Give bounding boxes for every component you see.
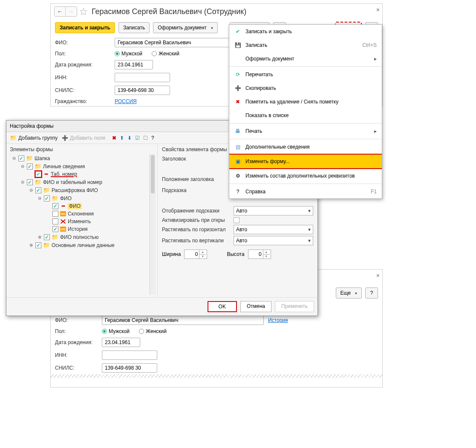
save-close-button[interactable]: Записать и закрыть — [55, 22, 115, 33]
height-spinner[interactable]: ▴▾ — [248, 250, 271, 259]
scrollbar[interactable] — [150, 154, 156, 295]
snils-label: СНИЛС: — [55, 365, 98, 371]
sex-female-radio[interactable]: Женский — [139, 328, 167, 334]
height-label: Высота — [227, 251, 244, 257]
gear-icon: ⚙ — [234, 172, 241, 179]
more-menu: ✔Записать и закрыть 💾ЗаписатьCtrl+S Офор… — [229, 24, 382, 199]
tree-row-fio[interactable]: ·━ФИО — [10, 202, 156, 210]
folder-icon: 📁 — [35, 163, 41, 169]
chevron-down-icon: ▾ — [308, 238, 311, 244]
inn-label: ИНН: — [55, 75, 110, 80]
tree-row[interactable]: ·Изменить — [10, 218, 156, 225]
help-icon: ? — [234, 188, 241, 195]
tree-row[interactable]: ⊕📁ФИО полностью — [10, 233, 156, 241]
printer-icon: 🖶 — [234, 128, 241, 135]
close-icon[interactable]: × — [376, 272, 380, 279]
menu-mark-delete[interactable]: ✖Пометить на удаление / Снять пометку — [229, 95, 382, 109]
folder-icon: 📁 — [43, 187, 50, 193]
ok-icon: OK — [60, 211, 66, 216]
inn-input[interactable] — [115, 73, 170, 82]
folder-icon: 📁 — [35, 179, 41, 185]
inn-input[interactable] — [102, 350, 157, 360]
make-doc-button[interactable]: Оформить документ — [153, 22, 218, 33]
width-label: Ширина — [162, 251, 181, 257]
tree-row[interactable]: ⊖📁ФИО — [10, 194, 156, 202]
copy-icon: ➕ — [234, 85, 241, 92]
folder-icon: 📁 — [43, 242, 50, 248]
tree-row[interactable]: ⊖📁ФИО и табельный номер — [10, 178, 156, 186]
tree-row[interactable]: ⊖📁Расшифровка ФИО — [10, 186, 156, 194]
menu-extra-info[interactable]: ▤Дополнительные сведения — [229, 140, 382, 154]
folder-icon: 📁 — [26, 155, 33, 161]
folder-icon: 📁 — [10, 135, 17, 141]
inn-label: ИНН: — [55, 352, 98, 358]
nav-back[interactable]: ← — [55, 7, 66, 16]
delete-mark-icon: ✖ — [234, 98, 241, 105]
form-icon: ▣ — [234, 158, 241, 165]
prop-activate-checkbox[interactable] — [234, 217, 239, 223]
menu-show-list[interactable]: Показать в списке — [229, 109, 382, 122]
menu-save[interactable]: 💾ЗаписатьCtrl+S — [229, 38, 382, 52]
sex-male-radio[interactable]: Мужской — [115, 51, 142, 57]
chevron-down-icon: ▾ — [308, 227, 311, 233]
diskette-icon: 💾 — [234, 42, 241, 49]
dob-label: Дата рождения: — [55, 62, 110, 68]
ok-button[interactable]: OK — [208, 301, 237, 312]
minus-icon: ━ — [60, 203, 66, 209]
menu-copy[interactable]: ➕Скопировать — [229, 81, 382, 95]
close-icon[interactable]: × — [376, 6, 380, 13]
star-icon[interactable] — [80, 8, 87, 15]
citizenship-link[interactable]: РОССИЯ — [115, 98, 137, 104]
save-button[interactable]: Записать — [118, 22, 150, 33]
tree-row[interactable]: ·OKСклонения — [10, 210, 156, 218]
arrow-down-icon[interactable]: ⬇ — [127, 135, 132, 141]
tree-row[interactable]: ⊕📁Основные личные данные — [10, 241, 156, 249]
folder-icon: 📁 — [52, 234, 58, 240]
menu-print[interactable]: 🖶Печать — [229, 124, 382, 138]
more-button[interactable]: Еще — [336, 287, 362, 299]
citizenship-label: Гражданство: — [55, 98, 110, 104]
tree-row[interactable]: ⊖📁Шапка — [10, 154, 156, 162]
tree-heading: Элементы формы — [10, 146, 156, 152]
menu-edit-form[interactable]: ▣Изменить форму... — [229, 154, 382, 169]
snils-input[interactable] — [102, 363, 157, 373]
check-all-icon[interactable]: ☑ — [135, 135, 140, 141]
list-icon: ▤ — [234, 144, 241, 150]
arrow-up-icon[interactable]: ⬆ — [120, 135, 124, 141]
cancel-button[interactable]: Отмена — [240, 301, 271, 312]
tree-row[interactable]: ·OKИстория — [10, 225, 156, 233]
menu-make-doc[interactable]: Оформить документ — [229, 52, 382, 66]
save-close-icon: ✔ — [234, 28, 241, 35]
fio-input[interactable] — [102, 316, 264, 325]
menu-edit-reqs[interactable]: ⚙Изменить состав дополнительных реквизит… — [229, 169, 382, 183]
delete-icon[interactable]: ✖ — [112, 135, 116, 141]
ragged-edge — [51, 374, 382, 378]
history-link[interactable]: История — [268, 317, 288, 323]
tree-panel: Элементы формы ⊖📁Шапка ⊖📁Личные сведения… — [6, 144, 158, 297]
menu-save-close[interactable]: ✔Записать и закрыть — [229, 25, 382, 38]
tree-row[interactable]: ⊖📁Личные сведения — [10, 162, 156, 170]
nav-fwd[interactable]: → — [66, 7, 77, 16]
snils-input[interactable] — [115, 86, 170, 95]
snils-label: СНИЛС: — [55, 87, 110, 93]
prop-hstretch-select[interactable]: Авто▾ — [234, 225, 313, 234]
prop-hintdisp-select[interactable]: Авто▾ — [234, 206, 313, 215]
dob-input[interactable] — [115, 60, 153, 69]
window-title: Герасимов Сергей Васильевич (Сотрудник) — [92, 7, 246, 16]
sex-label: Пол: — [55, 51, 110, 57]
help-icon[interactable]: ? — [151, 135, 154, 141]
sex-male-radio[interactable]: Мужской — [102, 328, 130, 334]
width-spinner[interactable]: ▴▾ — [184, 250, 207, 259]
menu-reread[interactable]: ⟳Перечитать — [229, 68, 382, 81]
sex-female-radio[interactable]: Женский — [152, 51, 179, 57]
tree-row-tabnum[interactable]: ·━Таб. номер — [10, 170, 156, 178]
disabled-icon — [60, 219, 66, 224]
add-group-button[interactable]: 📁Добавить группу — [10, 135, 58, 141]
dialog-title: Настройка формы — [10, 123, 54, 129]
menu-help[interactable]: ?СправкаF1 — [229, 185, 382, 198]
dob-input[interactable] — [102, 338, 140, 347]
help-button[interactable]: ? — [365, 287, 378, 299]
refresh-icon: ⟳ — [234, 71, 241, 78]
prop-vstretch-select[interactable]: Авто▾ — [234, 236, 313, 245]
uncheck-all-icon[interactable]: ☐ — [143, 135, 148, 141]
